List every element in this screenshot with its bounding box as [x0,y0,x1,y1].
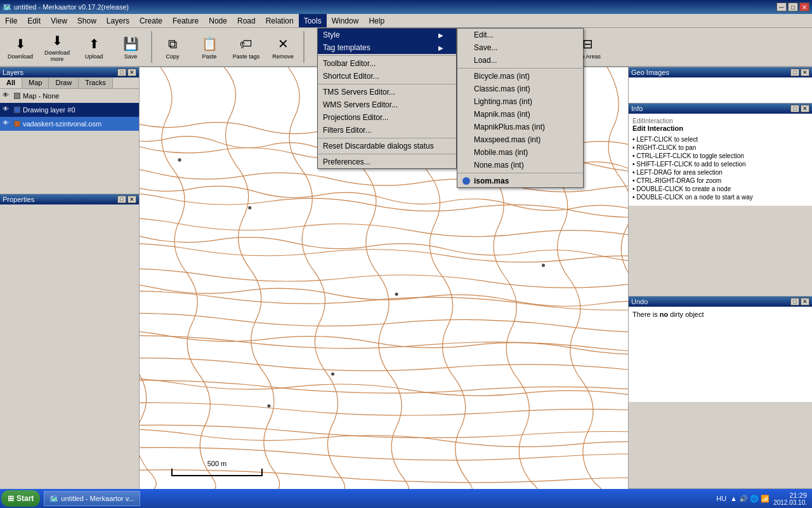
tools-menu-item-projections[interactable]: Projections Editor... [318,111,456,124]
info-instructions: • LEFT-CLICK to select• RIGHT-CLICK to p… [632,136,808,201]
info-close-button[interactable]: ✕ [801,105,809,112]
menu-label: Projections Editor... [323,113,388,122]
properties-close-button[interactable]: ✕ [128,196,136,203]
menu-separator [457,68,583,69]
menu-item-road[interactable]: Road [232,14,261,27]
style-menu-item-maxspeed[interactable]: Maxspeed.mas (int) [457,133,583,146]
layer-item-osm[interactable]: 👁 vadaskert-szintvonal.osm [0,117,139,131]
layer-visibility-icon[interactable]: 👁 [3,105,11,114]
tools-menu-item-style[interactable]: Style▶ [318,29,456,41]
info-header-buttons[interactable]: □ ✕ [790,105,809,112]
toolbar-btn-remove[interactable]: ✕ Remove [265,29,301,65]
menu-item-show[interactable]: Show [72,14,102,27]
menu-separator [318,84,456,84]
menu-item-file[interactable]: File [0,14,22,27]
tools-menu-item-reset-dialogs[interactable]: Reset Discardable dialogs status [318,140,456,152]
layer-item-drawing[interactable]: 👁 Drawing layer #0 [0,103,139,117]
style-menu-item-isom[interactable]: isom.mas [457,175,583,187]
menu-item-relation[interactable]: Relation [261,14,299,27]
layers-header-buttons[interactable]: □ ✕ [117,69,136,76]
style-menu-item-load[interactable]: Load... [457,54,583,67]
geo-images-restore-button[interactable]: □ [790,69,799,76]
start-button[interactable]: ⊞ Start [1,490,40,507]
menu-item-node[interactable]: Node [204,14,232,27]
tools-menu-item-toolbar-editor[interactable]: Toolbar Editor... [318,57,456,70]
tab-map[interactable]: Map [22,77,49,88]
menu-item-window[interactable]: Window [327,14,364,27]
toolbar-btn-save[interactable]: 💾 Save [113,29,148,65]
style-menu-item-classic[interactable]: Classic.mas (int) [457,83,583,95]
tab-tracks[interactable]: Tracks [79,77,113,88]
titlebar-controls[interactable]: ─ □ ✕ [776,3,809,11]
taskbar-icons: ▲ 🔊 🌐 📶 [730,495,769,503]
undo-panel: Undo □ ✕ There is no dirty object [629,297,812,490]
properties-header-buttons[interactable]: □ ✕ [117,196,136,203]
style-menu-item-edit[interactable]: Edit... [457,29,583,41]
style-menu-item-bicycle[interactable]: Bicycle.mas (int) [457,70,583,83]
layer-visibility-icon[interactable]: 👁 [3,91,11,100]
layer-visibility-icon[interactable]: 👁 [3,119,11,128]
menu-separator [318,154,456,154]
layer-item-map-none[interactable]: 👁 Map - None [0,89,139,103]
menu-item-feature[interactable]: Feature [167,14,204,27]
style-menu-item-none[interactable]: None.mas (int) [457,159,583,171]
geo-images-close-button[interactable]: ✕ [801,69,809,76]
style-menu-item-mapnik[interactable]: Mapnik.mas (int) [457,108,583,121]
toolbar-btn-label: Remove [272,54,294,60]
tools-menu-item-preferences[interactable]: Preferences... [318,156,456,168]
style-menu-item-mapnikplus[interactable]: MapnikPlus.mas (int) [457,121,583,133]
toolbar-btn-paste-tags[interactable]: 🏷 Paste tags [228,29,264,65]
info-line: • CTRL-LEFT-CLICK to toggle selection [632,152,808,159]
toolbar-btn-copy[interactable]: ⧉ Copy [155,29,190,65]
layers-tabs[interactable]: All Map Draw Tracks [0,77,139,89]
style-menu-item-lighting[interactable]: Lighting.mas (int) [457,95,583,108]
info-restore-button[interactable]: □ [790,105,799,112]
style-submenu: Edit...Save...Load...Bicycle.mas (int)Cl… [457,28,584,188]
menu-item-layers[interactable]: Layers [102,14,134,27]
toolbar-btn-label: Upload [85,54,103,60]
undo-content: There is no dirty object [629,307,812,402]
toolbar-btn-download-more[interactable]: ⬇ Download more [39,29,75,65]
tools-menu-item-wms-servers[interactable]: WMS Servers Editor... [318,98,456,111]
style-label: Mobile.mas (int) [474,148,528,157]
app-title: untitled - Merkaartor v0.17.2(release) [14,3,129,11]
taskbar-app-icon: 🗺️ [49,495,58,503]
maximize-button[interactable]: □ [788,3,798,11]
tab-all[interactable]: All [0,77,22,88]
scale-label: 500 m [207,460,227,467]
style-menu-item-save[interactable]: Save... [457,41,583,54]
properties-restore-button[interactable]: □ [117,196,126,203]
tools-menu-item-filters[interactable]: Filters Editor... [318,124,456,137]
menu-item-tools[interactable]: Tools [299,14,327,27]
geo-images-header-buttons[interactable]: □ ✕ [790,69,809,76]
toolbar-btn-paste[interactable]: 📋 Paste [192,29,227,65]
undo-restore-button[interactable]: □ [790,298,799,305]
menu-label: Toolbar Editor... [323,59,376,68]
tab-draw[interactable]: Draw [49,77,79,88]
menu-item-help[interactable]: Help [363,14,390,27]
toolbar-btn-upload[interactable]: ⬆ Upload [76,29,112,65]
close-button[interactable]: ✕ [799,3,809,11]
layers-close-button[interactable]: ✕ [128,69,136,76]
minimize-button[interactable]: ─ [776,3,787,11]
taskbar-app-item[interactable]: 🗺️ untitled - Merkaartor v... [44,491,140,506]
clock: 21:29 2012.03.10. [773,491,807,506]
menu-item-edit[interactable]: Edit [22,14,46,27]
copy-icon: ⧉ [162,34,183,54]
info-line: • SHIFT-LEFT-CLICK to add to selection [632,161,808,168]
toolbar-separator-4 [151,31,152,63]
menu-item-view[interactable]: View [46,14,72,27]
titlebar: 🗺️ untitled - Merkaartor v0.17.2(release… [0,0,812,14]
layers-restore-button[interactable]: □ [117,69,126,76]
undo-close-button[interactable]: ✕ [801,298,809,305]
layer-name: Drawing layer #0 [23,106,75,114]
style-menu-item-mobile[interactable]: Mobile.mas (int) [457,146,583,159]
svg-point-1 [248,206,251,210]
tools-menu-item-tag-templates[interactable]: Tag templates▶ [318,41,456,54]
tools-menu-item-shortcut-editor[interactable]: Shortcut Editor... [318,70,456,83]
undo-header-buttons[interactable]: □ ✕ [790,298,809,305]
toolbar-btn-download[interactable]: ⬇ Download [3,29,38,65]
tools-menu-item-tms-servers[interactable]: TMS Servers Editor... [318,86,456,98]
menu-item-create[interactable]: Create [134,14,167,27]
svg-point-5 [331,372,334,375]
